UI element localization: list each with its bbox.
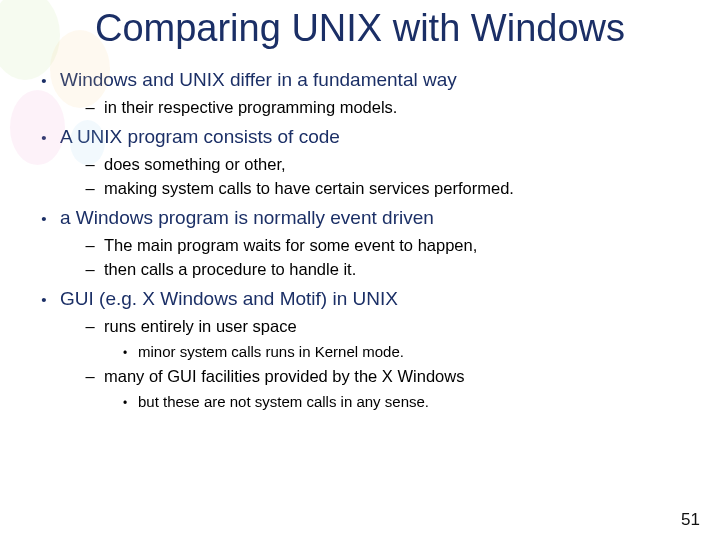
sub-bullet-text: The main program waits for some event to… xyxy=(104,234,477,258)
bullet-text: a Windows program is normally event driv… xyxy=(60,205,434,231)
dash-icon: – xyxy=(84,234,96,258)
sub-bullet-item: –making system calls to have certain ser… xyxy=(84,177,700,201)
dash-icon: – xyxy=(84,177,96,201)
sub-bullet-item: –does something or other, xyxy=(84,153,700,177)
sub-bullet-text: then calls a procedure to handle it. xyxy=(104,258,356,282)
sub-bullet-item: –The main program waits for some event t… xyxy=(84,234,700,258)
bullet-icon: • xyxy=(38,207,50,231)
sub-bullet-item: –many of GUI facilities provided by the … xyxy=(84,365,700,413)
bullet-icon: • xyxy=(120,343,130,363)
dash-icon: – xyxy=(84,315,96,339)
dash-icon: – xyxy=(84,365,96,389)
sub-bullet-text: runs entirely in user space xyxy=(104,315,297,339)
bullet-icon: • xyxy=(38,288,50,312)
sub-bullet-text: making system calls to have certain serv… xyxy=(104,177,514,201)
sub-bullet-item: –in their respective programming models. xyxy=(84,96,700,120)
sub-sub-bullet-item: •minor system calls runs in Kernel mode. xyxy=(120,341,700,363)
sub-bullet-text: many of GUI facilities provided by the X… xyxy=(104,365,464,389)
bullet-item: •a Windows program is normally event dri… xyxy=(38,205,700,282)
bullet-text: Windows and UNIX differ in a fundamental… xyxy=(60,67,457,93)
bullet-item: •GUI (e.g. X Windows and Motif) in UNIX … xyxy=(38,286,700,414)
sub-sub-bullet-text: but these are not system calls in any se… xyxy=(138,391,429,413)
dash-icon: – xyxy=(84,258,96,282)
sub-bullet-text: does something or other, xyxy=(104,153,286,177)
bullet-item: •Windows and UNIX differ in a fundamenta… xyxy=(38,67,700,120)
slide-title: Comparing UNIX with Windows xyxy=(0,0,720,49)
sub-bullet-text: in their respective programming models. xyxy=(104,96,397,120)
bullet-text: GUI (e.g. X Windows and Motif) in UNIX xyxy=(60,286,398,312)
sub-bullet-item: –then calls a procedure to handle it. xyxy=(84,258,700,282)
page-number: 51 xyxy=(681,510,700,530)
slide-content: •Windows and UNIX differ in a fundamenta… xyxy=(0,67,720,413)
sub-sub-bullet-text: minor system calls runs in Kernel mode. xyxy=(138,341,404,363)
sub-bullet-item: –runs entirely in user space •minor syst… xyxy=(84,315,700,363)
bullet-icon: • xyxy=(120,393,130,413)
sub-sub-bullet-item: •but these are not system calls in any s… xyxy=(120,391,700,413)
bullet-item: •A UNIX program consists of code –does s… xyxy=(38,124,700,201)
